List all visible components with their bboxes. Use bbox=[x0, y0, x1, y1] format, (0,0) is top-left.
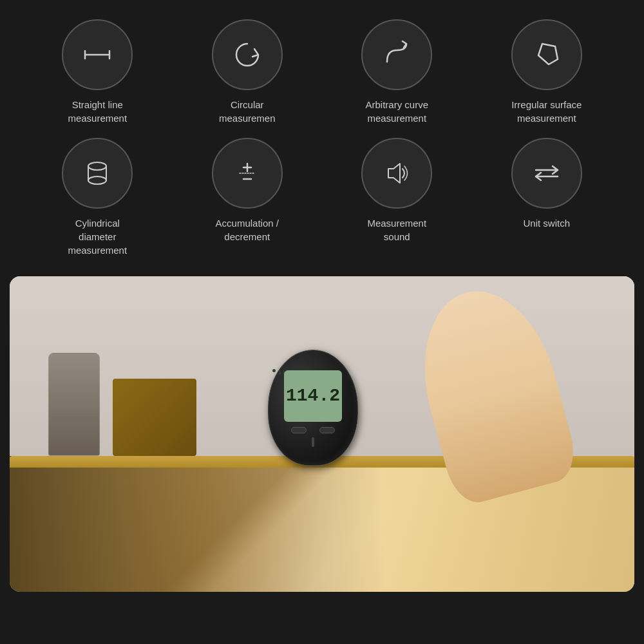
sound-label: Measurementsound bbox=[367, 216, 426, 243]
feature-irregular: Irregular surfacemeasurement bbox=[475, 19, 619, 125]
plusminus-icon bbox=[230, 156, 265, 191]
curve-icon bbox=[379, 37, 414, 72]
feature-circular: Circularmeasuremen bbox=[176, 19, 319, 125]
screen-main-value: 114.2 bbox=[286, 387, 340, 405]
switch-icon bbox=[529, 156, 564, 191]
cylinder-icon bbox=[80, 156, 115, 191]
device-buttons bbox=[291, 427, 335, 433]
circular-icon-circle bbox=[212, 19, 283, 90]
features-section: Straight linemeasurement Circularmeasure… bbox=[0, 0, 644, 270]
svg-marker-12 bbox=[388, 164, 400, 183]
unit-switch-icon-circle bbox=[511, 138, 582, 209]
svg-point-4 bbox=[88, 162, 106, 170]
screen-dot-1 bbox=[272, 369, 276, 372]
irregular-icon-circle bbox=[511, 19, 582, 90]
device-bottom-indicator bbox=[312, 437, 314, 447]
sound-icon-circle bbox=[361, 138, 432, 209]
product-photo: 114.2 114.2 bbox=[10, 276, 634, 592]
irregular-label: Irregular surfacemeasurement bbox=[511, 98, 582, 125]
circular-label: Circularmeasuremen bbox=[219, 98, 276, 125]
straight-line-icon-circle bbox=[62, 19, 133, 90]
feature-accumulation: Accumulation /decrement bbox=[176, 138, 319, 257]
curve-label: Arbitrary curvemeasurement bbox=[365, 98, 428, 125]
page-container: Straight linemeasurement Circularmeasure… bbox=[0, 0, 644, 592]
unit-switch-label: Unit switch bbox=[523, 216, 570, 230]
ruler-icon bbox=[80, 37, 115, 72]
straight-line-label: Straight linemeasurement bbox=[68, 98, 127, 125]
accumulation-icon-circle bbox=[212, 138, 283, 209]
svg-point-5 bbox=[88, 176, 106, 184]
cylindrical-icon-circle bbox=[62, 138, 133, 209]
features-grid: Straight linemeasurement Circularmeasure… bbox=[26, 19, 618, 257]
circular-icon bbox=[230, 37, 265, 72]
feature-straight-line: Straight linemeasurement bbox=[26, 19, 169, 125]
feature-cylindrical: Cylindricaldiametermeasurement bbox=[26, 138, 169, 257]
sound-icon bbox=[379, 156, 414, 191]
svg-marker-3 bbox=[538, 44, 558, 64]
device-body: 114.2 114.2 bbox=[268, 350, 358, 466]
feature-curve: Arbitrary curvemeasurement bbox=[325, 19, 469, 125]
accumulation-label: Accumulation /decrement bbox=[216, 216, 279, 243]
device-button-right[interactable] bbox=[319, 427, 335, 433]
irregular-icon bbox=[529, 37, 564, 72]
measuring-device: 114.2 114.2 bbox=[268, 350, 358, 466]
device-screen: 114.2 bbox=[284, 370, 342, 422]
feature-unit-switch: Unit switch bbox=[475, 138, 619, 257]
photo-background: 114.2 114.2 bbox=[10, 276, 634, 592]
brown-box bbox=[113, 379, 196, 456]
curve-icon-circle bbox=[361, 19, 432, 90]
feature-sound: Measurementsound bbox=[325, 138, 469, 257]
cylindrical-label: Cylindricaldiametermeasurement bbox=[68, 216, 127, 257]
device-button-left[interactable] bbox=[291, 427, 307, 433]
glass-vase bbox=[48, 353, 100, 456]
